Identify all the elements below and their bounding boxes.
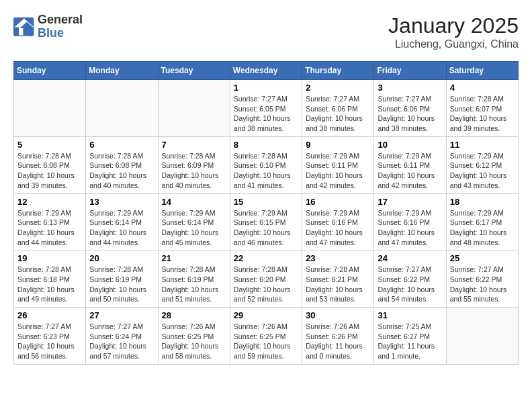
logo-line1: General [38,13,83,26]
day-info: Sunrise: 7:28 AMSunset: 6:07 PMDaylight:… [450,94,515,134]
day-info: Sunrise: 7:27 AMSunset: 6:05 PMDaylight:… [234,94,298,134]
day-number: 23 [306,253,370,263]
calendar-subtitle: Liucheng, Guangxi, China [388,38,519,50]
calendar-cell [446,308,518,365]
calendar-cell: 9Sunrise: 7:29 AMSunset: 6:11 PMDaylight… [302,136,374,193]
calendar-cell: 6Sunrise: 7:28 AMSunset: 6:08 PMDaylight… [86,136,158,193]
day-number: 20 [89,253,154,263]
day-number: 9 [306,140,370,150]
calendar-cell: 18Sunrise: 7:29 AMSunset: 6:17 PMDayligh… [446,193,518,250]
calendar-cell: 27Sunrise: 7:27 AMSunset: 6:24 PMDayligh… [86,308,158,365]
calendar-cell: 7Sunrise: 7:28 AMSunset: 6:09 PMDaylight… [158,136,230,193]
day-info: Sunrise: 7:29 AMSunset: 6:14 PMDaylight:… [162,208,226,248]
calendar-cell: 3Sunrise: 7:27 AMSunset: 6:06 PMDaylight… [374,80,446,137]
calendar-cell: 1Sunrise: 7:27 AMSunset: 6:05 PMDaylight… [230,80,302,137]
day-number: 19 [17,253,82,263]
logo: General Blue [13,13,83,40]
day-info: Sunrise: 7:28 AMSunset: 6:21 PMDaylight:… [306,265,370,304]
day-number: 10 [378,140,442,150]
weekday-header: Tuesday [158,62,230,80]
day-number: 2 [306,83,370,93]
day-number: 27 [89,310,154,320]
weekday-header: Saturday [446,62,518,80]
day-number: 24 [378,253,442,263]
calendar-table: SundayMondayTuesdayWednesdayThursdayFrid… [13,61,519,365]
day-info: Sunrise: 7:28 AMSunset: 6:19 PMDaylight:… [89,265,154,304]
day-info: Sunrise: 7:26 AMSunset: 6:26 PMDaylight:… [306,322,370,361]
day-number: 8 [234,140,298,150]
calendar-cell: 19Sunrise: 7:28 AMSunset: 6:18 PMDayligh… [14,250,86,308]
weekday-header: Thursday [302,62,374,80]
day-info: Sunrise: 7:27 AMSunset: 6:06 PMDaylight:… [306,94,370,134]
calendar-cell: 26Sunrise: 7:27 AMSunset: 6:23 PMDayligh… [14,308,86,365]
weekday-header: Friday [374,62,446,80]
day-number: 17 [378,197,442,207]
day-number: 1 [234,83,298,93]
day-info: Sunrise: 7:26 AMSunset: 6:25 PMDaylight:… [162,322,226,361]
calendar-cell: 5Sunrise: 7:28 AMSunset: 6:08 PMDaylight… [14,136,86,193]
page-header: General Blue January 2025 Liucheng, Guan… [13,13,519,50]
calendar-cell: 17Sunrise: 7:29 AMSunset: 6:16 PMDayligh… [374,193,446,250]
calendar-week-row: 1Sunrise: 7:27 AMSunset: 6:05 PMDaylight… [14,80,519,137]
day-info: Sunrise: 7:27 AMSunset: 6:23 PMDaylight:… [17,322,82,361]
day-number: 6 [89,140,154,150]
day-info: Sunrise: 7:28 AMSunset: 6:20 PMDaylight:… [234,265,298,304]
day-number: 25 [450,253,515,263]
calendar-cell: 14Sunrise: 7:29 AMSunset: 6:14 PMDayligh… [158,193,230,250]
day-number: 18 [450,197,515,207]
day-info: Sunrise: 7:28 AMSunset: 6:08 PMDaylight:… [89,151,154,191]
calendar-cell: 2Sunrise: 7:27 AMSunset: 6:06 PMDaylight… [302,80,374,137]
day-number: 15 [234,197,298,207]
calendar-cell: 10Sunrise: 7:29 AMSunset: 6:11 PMDayligh… [374,136,446,193]
weekday-header-row: SundayMondayTuesdayWednesdayThursdayFrid… [14,62,519,80]
day-info: Sunrise: 7:29 AMSunset: 6:17 PMDaylight:… [450,208,515,248]
day-number: 12 [17,197,82,207]
calendar-cell [14,80,86,137]
calendar-cell: 28Sunrise: 7:26 AMSunset: 6:25 PMDayligh… [158,308,230,365]
day-number: 31 [378,310,442,320]
day-info: Sunrise: 7:27 AMSunset: 6:22 PMDaylight:… [378,265,442,304]
calendar-cell: 22Sunrise: 7:28 AMSunset: 6:20 PMDayligh… [230,250,302,308]
day-info: Sunrise: 7:28 AMSunset: 6:09 PMDaylight:… [162,151,226,191]
day-info: Sunrise: 7:27 AMSunset: 6:22 PMDaylight:… [450,265,515,304]
calendar-cell: 25Sunrise: 7:27 AMSunset: 6:22 PMDayligh… [446,250,518,308]
day-number: 26 [17,310,82,320]
day-info: Sunrise: 7:27 AMSunset: 6:06 PMDaylight:… [378,94,442,134]
calendar-cell: 30Sunrise: 7:26 AMSunset: 6:26 PMDayligh… [302,308,374,365]
logo-icon [13,17,35,36]
day-number: 3 [378,83,442,93]
day-number: 29 [234,310,298,320]
weekday-header: Sunday [14,62,86,80]
day-info: Sunrise: 7:29 AMSunset: 6:16 PMDaylight:… [378,208,442,248]
day-number: 16 [306,197,370,207]
calendar-cell [86,80,158,137]
calendar-cell: 4Sunrise: 7:28 AMSunset: 6:07 PMDaylight… [446,80,518,137]
calendar-week-row: 19Sunrise: 7:28 AMSunset: 6:18 PMDayligh… [14,250,519,308]
day-number: 13 [89,197,154,207]
weekday-header: Monday [86,62,158,80]
calendar-cell: 29Sunrise: 7:26 AMSunset: 6:25 PMDayligh… [230,308,302,365]
day-info: Sunrise: 7:29 AMSunset: 6:12 PMDaylight:… [450,151,515,191]
calendar-cell: 20Sunrise: 7:28 AMSunset: 6:19 PMDayligh… [86,250,158,308]
calendar-title: January 2025 [388,13,519,38]
calendar-cell: 21Sunrise: 7:28 AMSunset: 6:19 PMDayligh… [158,250,230,308]
day-info: Sunrise: 7:29 AMSunset: 6:13 PMDaylight:… [17,208,82,248]
day-number: 28 [162,310,226,320]
day-info: Sunrise: 7:29 AMSunset: 6:15 PMDaylight:… [234,208,298,248]
day-info: Sunrise: 7:26 AMSunset: 6:25 PMDaylight:… [234,322,298,361]
calendar-cell: 11Sunrise: 7:29 AMSunset: 6:12 PMDayligh… [446,136,518,193]
calendar-cell: 31Sunrise: 7:25 AMSunset: 6:27 PMDayligh… [374,308,446,365]
day-info: Sunrise: 7:29 AMSunset: 6:11 PMDaylight:… [378,151,442,191]
calendar-week-row: 12Sunrise: 7:29 AMSunset: 6:13 PMDayligh… [14,193,519,250]
day-number: 5 [17,140,82,150]
day-info: Sunrise: 7:28 AMSunset: 6:19 PMDaylight:… [162,265,226,304]
title-block: January 2025 Liucheng, Guangxi, China [388,13,519,50]
calendar-cell: 24Sunrise: 7:27 AMSunset: 6:22 PMDayligh… [374,250,446,308]
day-number: 4 [450,83,515,93]
day-info: Sunrise: 7:25 AMSunset: 6:27 PMDaylight:… [378,322,442,361]
calendar-cell [158,80,230,137]
day-info: Sunrise: 7:29 AMSunset: 6:16 PMDaylight:… [306,208,370,248]
calendar-week-row: 26Sunrise: 7:27 AMSunset: 6:23 PMDayligh… [14,308,519,365]
day-info: Sunrise: 7:28 AMSunset: 6:10 PMDaylight:… [234,151,298,191]
day-number: 14 [162,197,226,207]
